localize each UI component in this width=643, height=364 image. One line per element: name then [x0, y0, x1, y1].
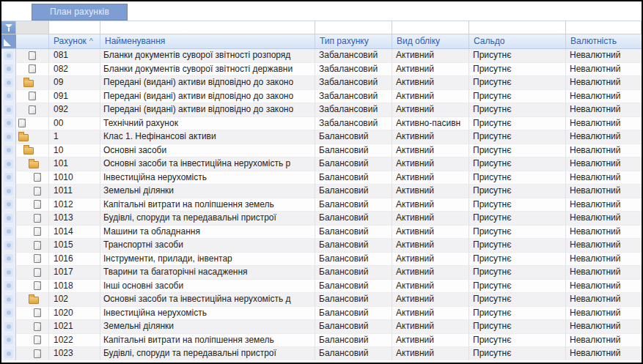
header-kind[interactable]: Вид обліку — [392, 34, 469, 48]
row-gutter-cell — [1, 307, 16, 321]
row-gutter-cell — [1, 280, 16, 294]
account-name: Капітальні витрати на поліпшення земель — [100, 198, 315, 212]
table-row[interactable]: 1013 Будівлі, споруди та передавальні пр… — [1, 212, 642, 226]
table-row[interactable]: 1 Клас 1. Нефінансові активи Балансовий … — [1, 130, 642, 144]
table-row[interactable]: 1010 Інвестиційна нерухомість Балансовий… — [1, 171, 642, 185]
table-row[interactable]: 092 Передані (видані) активи відповідно … — [1, 103, 642, 117]
balance-presence: Присутнє — [469, 130, 566, 144]
document-icon — [34, 268, 41, 277]
balance-presence: Присутнє — [469, 157, 566, 171]
accounting-kind: Активний — [392, 347, 469, 360]
account-name: Бланки документів суворої звітності розп… — [100, 49, 315, 63]
accounting-kind: Активний — [392, 49, 469, 63]
account-name: Клас 1. Нефінансові активи — [100, 130, 315, 144]
table-row[interactable]: 081 Бланки документів суворої звітності … — [1, 49, 642, 63]
document-icon — [29, 64, 36, 73]
account-number: 092 — [49, 103, 100, 117]
account-number: 091 — [49, 90, 100, 104]
account-number: 1018 — [49, 280, 100, 294]
account-number: 1010 — [49, 171, 100, 185]
accounting-kind: Активний — [392, 63, 469, 77]
filter-input-name[interactable] — [100, 21, 315, 34]
row-marker-icon — [4, 105, 13, 114]
accounting-kind: Активно-пасивн — [392, 117, 469, 131]
tree-icon-cell — [16, 280, 49, 294]
row-gutter-cell — [1, 198, 16, 212]
accounting-kind: Активний — [392, 103, 469, 117]
filter-input-kind[interactable] — [392, 21, 469, 34]
account-number: 081 — [49, 49, 100, 63]
row-marker-icon — [4, 241, 13, 250]
table-row[interactable]: 1016 Інструменти, прилади, інвентар Бала… — [1, 253, 642, 267]
row-gutter-cell — [1, 239, 16, 253]
table-row[interactable]: 1023 Будівлі, споруди та передавальні пр… — [1, 347, 642, 360]
document-icon — [34, 200, 41, 209]
table-row[interactable]: 1022 Капітальні витрати на поліпшення зе… — [1, 334, 642, 348]
table-row[interactable]: 1014 Машини та обладнання Балансовий Акт… — [1, 226, 642, 239]
table-row[interactable]: 091 Передані (видані) активи відповідно … — [1, 90, 642, 104]
account-type: Забалансовий — [315, 90, 392, 104]
account-type: Балансовий — [315, 334, 392, 348]
table-row[interactable]: 10 Основні засоби Балансовий Активний Пр… — [1, 144, 642, 158]
accounting-kind: Активний — [392, 320, 469, 334]
account-number: 1020 — [49, 307, 100, 321]
table-row[interactable]: 1018 Інші основні засоби Балансовий Акти… — [1, 280, 642, 294]
header-name[interactable]: Найменування — [100, 34, 315, 48]
row-marker-icon — [4, 268, 13, 277]
balance-presence: Присутнє — [469, 144, 566, 158]
folder-icon — [23, 80, 34, 87]
tree-icon-cell — [16, 76, 49, 90]
tab-plan-rakhunkiv[interactable]: План рахунків — [32, 4, 128, 21]
table-row[interactable]: 1017 Тварини та багаторічні насадження Б… — [1, 266, 642, 280]
currency-flag: Невалютний — [566, 347, 642, 360]
header-balance[interactable]: Сальдо — [469, 34, 566, 48]
row-gutter-cell — [1, 266, 16, 280]
accounting-kind: Активний — [392, 239, 469, 253]
table-row[interactable]: 1015 Транспортні засоби Балансовий Актив… — [1, 239, 642, 253]
account-number: 1023 — [49, 347, 100, 360]
balance-presence: Присутнє — [469, 117, 566, 131]
currency-flag: Невалютний — [566, 293, 642, 307]
table-row[interactable]: 09 Передані (видані) активи відповідно д… — [1, 76, 642, 90]
table-row[interactable]: 00 Технічний рахунок Забалансовий Активн… — [1, 117, 642, 131]
currency-flag: Невалютний — [566, 253, 642, 267]
header-account[interactable]: Рахунок^ — [49, 34, 100, 48]
select-all-corner-icon[interactable] — [1, 34, 16, 48]
table-row[interactable]: 1012 Капітальні витрати на поліпшення зе… — [1, 198, 642, 212]
balance-presence: Присутнє — [469, 293, 566, 307]
tree-icon-cell — [16, 117, 49, 131]
header-currency[interactable]: Валютність — [566, 34, 642, 48]
balance-presence: Присутнє — [469, 103, 566, 117]
tree-icon-cell — [16, 266, 49, 280]
table-row[interactable]: 102 Основні засоби та інвестиційна нерух… — [1, 293, 642, 307]
filter-input-account[interactable] — [49, 21, 100, 34]
table-row[interactable]: 082 Бланки документів суворої звітності … — [1, 63, 642, 77]
account-name: Інструменти, прилади, інвентар — [100, 253, 315, 267]
filter-input-balance[interactable] — [469, 21, 566, 34]
account-name: Капітальні витрати на поліпшення земель — [100, 334, 315, 348]
tree-icon-cell — [16, 90, 49, 104]
account-name: Передані (видані) активи відповідно до з… — [100, 76, 315, 90]
currency-flag: Невалютний — [566, 212, 642, 226]
tree-icon-cell — [16, 130, 49, 144]
row-marker-icon — [4, 295, 13, 304]
filter-input-currency[interactable] — [566, 21, 642, 34]
table-row[interactable]: 101 Основні засоби та інвестиційна нерух… — [1, 157, 642, 171]
accounting-kind: Активний — [392, 144, 469, 158]
account-type: Балансовий — [315, 171, 392, 185]
table-row[interactable]: 1021 Земельні ділянки Балансовий Активни… — [1, 320, 642, 334]
row-marker-icon — [4, 133, 13, 141]
balance-presence: Присутнє — [469, 90, 566, 104]
header-type[interactable]: Тип рахунку — [315, 34, 392, 48]
row-marker-icon — [4, 119, 13, 127]
filter-funnel-icon[interactable] — [1, 21, 15, 34]
row-marker-icon — [4, 335, 13, 344]
table-row[interactable]: 1020 Інвестиційна нерухомість Балансовий… — [1, 307, 642, 321]
document-icon — [29, 92, 36, 100]
filter-input-type[interactable] — [315, 21, 392, 34]
account-type: Балансовий — [315, 144, 392, 158]
row-marker-icon — [4, 214, 13, 223]
currency-flag: Невалютний — [566, 334, 642, 348]
account-name: Земельні ділянки — [100, 320, 315, 334]
table-row[interactable]: 1011 Земельні ділянки Балансовий Активни… — [1, 185, 642, 198]
